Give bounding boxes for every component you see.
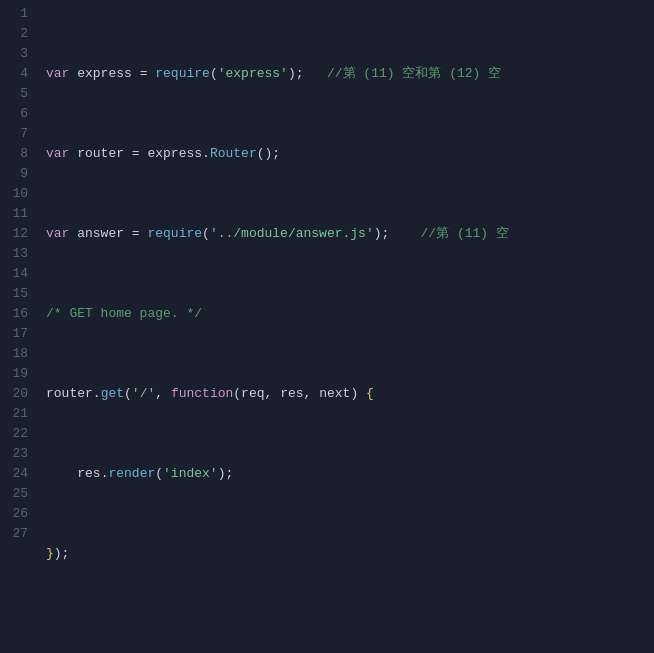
line-number-20: 20 xyxy=(10,384,28,404)
line-number-23: 23 xyxy=(10,444,28,464)
code-line-8 xyxy=(38,624,654,644)
line-number-22: 22 xyxy=(10,424,28,444)
line-number-5: 5 xyxy=(10,84,28,104)
line-numbers: 1 2 3 4 5 6 7 8 9 10 11 12 13 14 15 16 1… xyxy=(0,0,38,653)
line-number-6: 6 xyxy=(10,104,28,124)
code-line-2: var router = express.Router(); xyxy=(38,144,654,164)
line-number-26: 26 xyxy=(10,504,28,524)
line-number-14: 14 xyxy=(10,264,28,284)
code-line-1: var express = require('express'); //第 (1… xyxy=(38,64,654,84)
code-content: var express = require('express'); //第 (1… xyxy=(38,0,654,653)
line-number-21: 21 xyxy=(10,404,28,424)
line-number-9: 9 xyxy=(10,164,28,184)
line-number-7: 7 xyxy=(10,124,28,144)
line-number-17: 17 xyxy=(10,324,28,344)
line-number-19: 19 xyxy=(10,364,28,384)
code-line-5: router.get('/', function(req, res, next)… xyxy=(38,384,654,404)
line-number-12: 12 xyxy=(10,224,28,244)
line-number-13: 13 xyxy=(10,244,28,264)
code-line-3: var answer = require('../module/answer.j… xyxy=(38,224,654,244)
line-number-8: 8 xyxy=(10,144,28,164)
line-number-3: 3 xyxy=(10,44,28,64)
line-number-2: 2 xyxy=(10,24,28,44)
line-number-18: 18 xyxy=(10,344,28,364)
line-number-4: 4 xyxy=(10,64,28,84)
code-line-4: /* GET home page. */ xyxy=(38,304,654,324)
line-number-27: 27 xyxy=(10,524,28,544)
code-line-7: }); xyxy=(38,544,654,564)
line-number-16: 16 xyxy=(10,304,28,324)
line-number-15: 15 xyxy=(10,284,28,304)
line-number-10: 10 xyxy=(10,184,28,204)
code-line-6: res.render('index'); xyxy=(38,464,654,484)
line-number-1: 1 xyxy=(10,4,28,24)
line-number-24: 24 xyxy=(10,464,28,484)
line-number-11: 11 xyxy=(10,204,28,224)
code-editor: 1 2 3 4 5 6 7 8 9 10 11 12 13 14 15 16 1… xyxy=(0,0,654,653)
line-number-25: 25 xyxy=(10,484,28,504)
